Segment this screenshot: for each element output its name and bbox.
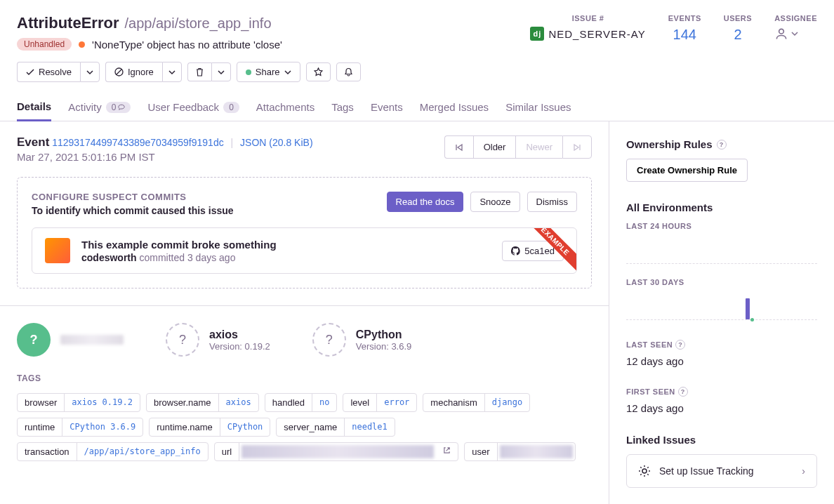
tag-value [498, 443, 575, 460]
check-icon [26, 68, 34, 77]
tag-pair[interactable]: browser.nameaxios [146, 393, 259, 412]
suspect-commits-panel: CONFIGURE SUSPECT COMMITS To identify wh… [17, 177, 592, 289]
cpython-version: 3.6.9 [391, 341, 411, 352]
dismiss-button[interactable]: Dismiss [527, 192, 578, 212]
tab-details[interactable]: Details [17, 93, 51, 121]
browser-meta-card[interactable]: ? axios Version: 0.19.2 [166, 323, 270, 357]
delete-dropdown[interactable] [211, 62, 231, 81]
error-type: AttributeError [17, 14, 119, 32]
tag-pair[interactable]: mechanismdjango [423, 393, 530, 412]
tab-similar[interactable]: Similar Issues [505, 93, 571, 121]
last-30-chart [626, 292, 817, 320]
older-button[interactable]: Older [473, 135, 516, 159]
tab-tags[interactable]: Tags [331, 93, 354, 121]
tag-pair[interactable]: url [214, 442, 458, 461]
github-icon [511, 246, 520, 256]
share-status-icon [246, 69, 251, 75]
events-stat[interactable]: EVENTS 144 [668, 14, 701, 43]
tag-pair[interactable]: transaction/app/api/store_app_info [17, 442, 208, 461]
tag-key: url [215, 443, 239, 460]
project-name[interactable]: NED_SERVER-AY [548, 28, 645, 40]
tag-pair[interactable]: browseraxios 0.19.2 [17, 393, 140, 412]
chevron-down-icon [218, 69, 225, 76]
tag-pair[interactable]: handledno [265, 393, 338, 412]
tag-pair[interactable]: runtime.nameCPython [149, 418, 270, 437]
last-seen-label: LAST SEEN ? [626, 340, 817, 350]
resolve-button[interactable]: Resolve [17, 62, 80, 82]
error-message: 'NoneType' object has no attribute 'clos… [92, 39, 282, 51]
tag-pair[interactable]: server_nameneedle1 [276, 418, 395, 437]
user-avatar-icon: ? [17, 323, 51, 357]
read-docs-button[interactable]: Read the docs [387, 192, 464, 212]
tag-key: mechanism [423, 394, 484, 411]
activity-count-badge: 0 [106, 102, 131, 113]
user-meta-card[interactable]: ? [17, 323, 124, 357]
tag-key: server_name [277, 418, 345, 436]
tags-heading: TAGS [17, 373, 592, 383]
unknown-runtime-icon: ? [312, 323, 346, 357]
events-label: EVENTS [668, 14, 701, 22]
tag-key: level [343, 394, 377, 411]
chevron-down-icon [168, 69, 176, 76]
tag-key: handled [265, 394, 312, 411]
help-icon[interactable]: ? [678, 387, 688, 397]
last-30-label: LAST 30 DAYS [626, 278, 817, 286]
event-id-link[interactable]: 11293174499743389e7034959f9191dc [52, 137, 223, 148]
tab-activity[interactable]: Activity 0 [68, 93, 131, 121]
delete-button[interactable] [187, 62, 211, 81]
chevron-right-icon: › [802, 465, 805, 477]
help-icon[interactable]: ? [717, 140, 727, 150]
skip-back-icon [455, 143, 463, 152]
tag-key: browser.name [147, 394, 219, 411]
newer-button[interactable]: Newer [515, 135, 562, 159]
tag-value: needle1 [345, 418, 395, 436]
tag-value: error [377, 394, 416, 411]
runtime-meta-card[interactable]: ? CPython Version: 3.6.9 [312, 323, 412, 357]
unknown-browser-icon: ? [166, 323, 199, 357]
chevron-down-icon [86, 69, 93, 76]
tag-key: runtime [18, 418, 62, 436]
linked-issues-title: Linked Issues [626, 434, 817, 446]
oldest-button[interactable] [444, 135, 473, 159]
create-ownership-rule-button[interactable]: Create Ownership Rule [626, 159, 748, 182]
trash-icon [195, 67, 204, 77]
event-date: Mar 27, 2021 5:01:16 PM IST [17, 151, 313, 163]
tag-pair[interactable]: levelerror [343, 393, 417, 412]
resolve-dropdown[interactable] [80, 62, 100, 82]
bookmark-button[interactable] [306, 62, 331, 81]
tag-key: user [465, 443, 497, 460]
event-label: Event [17, 135, 49, 149]
ignore-button[interactable]: Ignore [105, 62, 162, 82]
tab-attachments[interactable]: Attachments [256, 93, 315, 121]
tab-merged[interactable]: Merged Issues [420, 93, 489, 121]
json-link[interactable]: JSON (20.8 KiB) [240, 137, 312, 148]
ignore-dropdown[interactable] [162, 62, 182, 82]
tag-pair[interactable]: user [464, 442, 575, 461]
external-link-icon[interactable] [436, 443, 458, 460]
share-button[interactable]: Share [237, 62, 300, 82]
help-icon[interactable]: ? [675, 340, 685, 350]
axios-name: axios [209, 329, 270, 341]
tag-value: axios [219, 394, 258, 411]
project-stat: ISSUE # dj NED_SERVER-AY [530, 14, 645, 41]
assignee-stat[interactable]: ASSIGNEE [774, 14, 817, 41]
snooze-button[interactable]: Snooze [470, 192, 519, 212]
first-seen-label: FIRST SEEN ? [626, 387, 817, 397]
setup-issue-tracking-button[interactable]: Set up Issue Tracking › [626, 454, 817, 488]
commit-title: This example commit broke something [81, 239, 491, 251]
assignee-label: ASSIGNEE [774, 14, 817, 22]
last-24-chart [626, 236, 817, 264]
suspect-title: CONFIGURE SUSPECT COMMITS [32, 192, 234, 202]
users-value: 2 [724, 27, 752, 43]
newest-button[interactable] [562, 135, 592, 159]
users-stat[interactable]: USERS 2 [724, 14, 752, 43]
subscribe-button[interactable] [336, 62, 361, 81]
issue-label: ISSUE # [530, 14, 645, 22]
redacted-user [60, 335, 124, 345]
tab-feedback[interactable]: User Feedback 0 [147, 93, 239, 121]
chevron-down-icon [791, 30, 798, 37]
tag-pair[interactable]: runtimeCPython 3.6.9 [17, 418, 143, 437]
tab-events[interactable]: Events [371, 93, 403, 121]
unhandled-badge: Unhandled [17, 38, 72, 51]
commit-author: codesworth [81, 252, 137, 263]
